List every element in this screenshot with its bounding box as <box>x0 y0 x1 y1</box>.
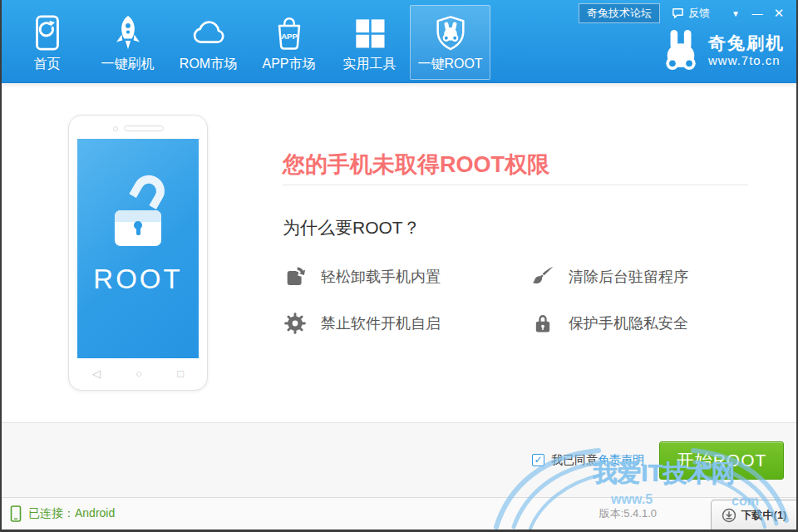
disclaimer-link[interactable]: 免责声明 <box>598 453 644 468</box>
phone-back-icon: ◁ <box>92 367 101 380</box>
rocket-icon <box>109 13 147 53</box>
tab-label: 实用工具 <box>343 56 397 73</box>
root-screen-text: ROOT <box>77 264 199 295</box>
feedback-button[interactable]: 反馈 <box>672 6 710 21</box>
tab-one-key-root[interactable]: 一键ROOT <box>410 5 490 80</box>
feedback-label: 反馈 <box>688 6 710 21</box>
appstore-icon: APP <box>270 13 308 53</box>
tab-one-key-flash[interactable]: 一键刷机 <box>87 5 168 80</box>
download-button[interactable]: 下载中(1) <box>711 500 796 530</box>
unlocked-padlock-shackle <box>129 170 170 209</box>
forum-button[interactable]: 奇兔技术论坛 <box>579 3 660 23</box>
feature-text: 清除后台驻留程序 <box>569 267 688 287</box>
feature-text: 保护手机隐私安全 <box>569 313 688 333</box>
cloud-icon <box>188 13 229 53</box>
phone-connected-icon <box>10 505 22 522</box>
brand-logo: 奇兔刷机 www.7to.cn <box>662 28 785 71</box>
tab-label: 一键刷机 <box>101 56 155 73</box>
keyhole <box>134 221 142 229</box>
gear-icon <box>283 311 308 336</box>
tab-rom-market[interactable]: ROM市场 <box>168 5 249 80</box>
minimize-button[interactable]: — <box>746 7 768 20</box>
speech-bubble-icon <box>672 7 684 19</box>
connection-text: 已连接：Android <box>28 506 115 521</box>
tab-label: ROM市场 <box>180 56 237 73</box>
tab-label: 一键ROOT <box>417 56 482 73</box>
agree-label: 我已同意 <box>551 453 598 468</box>
phone-recent-icon: □ <box>177 367 184 380</box>
feature-uninstall: 轻松卸载手机内置 <box>283 263 500 291</box>
appstore-badge-text: APP <box>281 32 298 41</box>
brand-url: www.7to.cn <box>708 53 785 67</box>
feature-text: 轻松卸载手机内置 <box>321 267 441 287</box>
feature-list: 轻松卸载手机内置 清除后台驻留程序 <box>283 263 748 337</box>
feature-text: 禁止软件开机自启 <box>321 313 441 333</box>
rabbit-logo-icon <box>662 28 700 71</box>
start-root-button[interactable]: 开始ROOT <box>659 441 784 480</box>
main-nav: 首页 一键刷机 <box>7 5 490 80</box>
app-window: 首页 一键刷机 <box>0 0 798 532</box>
feature-clean: 清除后台驻留程序 <box>530 263 748 291</box>
agree-checkbox[interactable]: ✓ <box>532 454 544 466</box>
clean-icon <box>530 264 555 289</box>
tab-home[interactable]: 首页 <box>7 5 87 80</box>
connection-status: 已连接：Android <box>10 505 115 522</box>
tools-icon <box>352 13 387 53</box>
uninstall-icon <box>283 264 308 289</box>
download-circle-icon <box>722 508 736 523</box>
root-shield-icon <box>431 13 470 53</box>
phone-home-icon: ○ <box>135 367 142 380</box>
version-label: 版本:5.4.1.0 <box>599 498 657 530</box>
feature-autostart: 禁止软件开机自启 <box>283 309 500 337</box>
header: 首页 一键刷机 <box>2 0 796 83</box>
phone-earpiece <box>69 126 207 131</box>
window-topbar: 奇兔技术论坛 反馈 ▼ — ✕ <box>579 3 790 23</box>
phone-nav-buttons: ◁ ○ □ <box>69 367 207 380</box>
tab-label: 首页 <box>34 56 61 73</box>
feature-privacy: 保护手机隐私安全 <box>530 309 748 337</box>
status-bar: 已连接：Android 版本:5.4.1.0 下载中(1) <box>2 497 796 530</box>
agreement-bar: ✓ 我已同意 免责声明 开始ROOT <box>2 422 796 497</box>
brand-name: 奇兔刷机 <box>708 33 785 53</box>
unlocked-padlock-icon <box>115 210 161 246</box>
dropdown-arrow-button[interactable]: ▼ <box>725 9 746 18</box>
phone-illustration: ROOT ◁ ○ □ <box>68 115 208 391</box>
home-icon <box>28 13 66 53</box>
tab-label: APP市场 <box>262 56 315 73</box>
tab-app-market[interactable]: APP APP市场 <box>249 5 329 80</box>
page-title: 您的手机未取得ROOT权限 <box>283 150 549 180</box>
tab-utilities[interactable]: 实用工具 <box>329 5 410 80</box>
why-root-title: 为什么要ROOT？ <box>283 216 421 239</box>
divider <box>283 185 748 185</box>
lock-icon <box>530 311 555 336</box>
close-button[interactable]: ✕ <box>768 6 790 21</box>
phone-screen: ROOT <box>77 139 199 358</box>
main-content: ROOT ◁ ○ □ 您的手机未取得ROOT权限 为什么要ROOT？ 轻松卸载手… <box>2 83 796 422</box>
download-label: 下载中(1) <box>741 508 787 523</box>
